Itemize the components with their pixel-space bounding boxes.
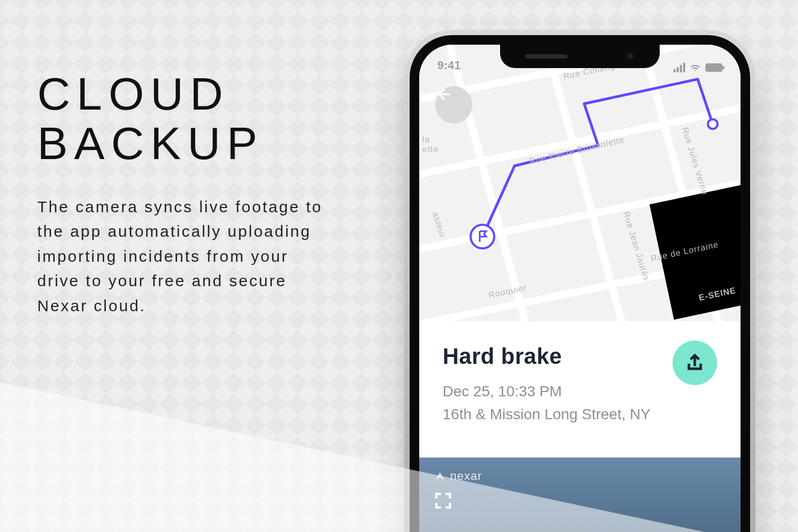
- cellular-icon: [674, 63, 685, 72]
- marketing-copy: CLOUD BACKUP The camera syncs live foota…: [37, 69, 325, 318]
- body-text: The camera syncs live footage to the app…: [37, 195, 325, 319]
- incident-location: 16th & Mission Long Street, NY: [443, 403, 717, 426]
- street-label: la ette: [422, 135, 439, 154]
- expand-icon: [434, 492, 452, 510]
- footage-brand: nexar: [434, 469, 482, 483]
- share-icon: [685, 353, 705, 373]
- share-button[interactable]: [672, 340, 717, 385]
- trip-map[interactable]: Rue Collange Rue Pierre Brossolette Rue …: [419, 45, 741, 321]
- incident-time: Dec 25, 10:33 PM: [443, 380, 717, 403]
- incident-card: Hard brake Dec 25, 10:33 PM 16th & Missi…: [419, 321, 741, 451]
- arrow-left-icon: [435, 86, 451, 102]
- status-time: 9:41: [437, 59, 461, 72]
- phone-frame: 9:41: [404, 30, 755, 532]
- expand-button[interactable]: [434, 492, 452, 510]
- battery-icon: [705, 63, 722, 72]
- phone-screen: 9:41: [419, 45, 741, 532]
- phone-notch: [500, 45, 660, 68]
- footage-preview[interactable]: nexar: [419, 458, 741, 532]
- back-button[interactable]: [435, 86, 472, 123]
- nexar-logo-icon: [434, 470, 446, 482]
- wifi-icon: [689, 63, 701, 72]
- headline: CLOUD BACKUP: [37, 69, 325, 168]
- svg-point-9: [708, 119, 718, 129]
